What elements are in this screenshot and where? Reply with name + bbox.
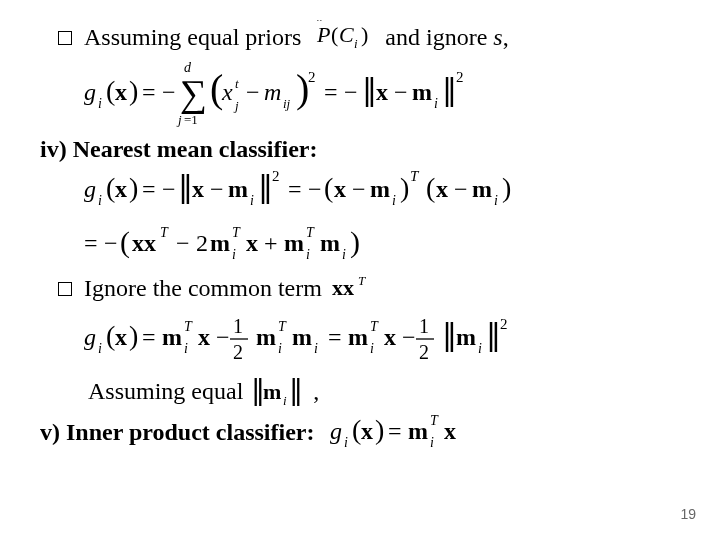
svg-text:m: m [456,324,476,350]
svg-text:m: m [408,418,428,444]
svg-text:(: ( [120,225,130,259]
svg-text:i: i [232,247,236,262]
svg-text:i: i [250,193,254,208]
svg-text:2: 2 [233,341,243,363]
svg-text:i: i [314,341,318,356]
svg-text:x: x [115,176,127,202]
svg-text:T: T [410,168,420,184]
svg-text:i: i [344,435,348,450]
svg-text:): ) [129,172,138,203]
svg-text:i: i [98,193,102,208]
svg-text:‖: ‖ [442,73,457,107]
svg-text:): ) [375,414,384,445]
svg-text:t: t [235,76,239,91]
svg-text:(: ( [352,414,361,445]
svg-text:m: m [228,176,248,202]
svg-text:i: i [494,193,498,208]
svg-text:i: i [392,193,396,208]
svg-text:i: i [283,393,287,407]
square-bullet-icon [58,282,72,296]
svg-text:i: i [306,247,310,262]
svg-text:g: g [84,79,96,105]
svg-text:‖: ‖ [442,318,457,352]
slide: Assuming equal priors P ˆ ( C i ) and ig… [0,0,720,540]
svg-text:(: ( [324,172,333,203]
svg-text:‖: ‖ [289,375,303,406]
svg-text:i: i [430,435,434,450]
svg-text:m: m [284,230,304,256]
svg-text:2: 2 [456,69,464,85]
svg-text:x: x [198,324,210,350]
svg-text:(: ( [426,172,435,203]
svg-text:i: i [184,341,188,356]
svg-text:1: 1 [233,315,243,337]
svg-text:i: i [434,96,438,111]
svg-text:ˆ: ˆ [317,20,322,32]
svg-text:m: m [320,230,340,256]
text-assuming-equal: Assuming equal [88,378,243,405]
svg-text:j: j [176,112,182,127]
svg-text:): ) [361,22,368,47]
svg-text:m: m [412,79,432,105]
text-ignore-common: Ignore the common term [84,275,322,302]
svg-text:2: 2 [308,69,316,85]
svg-text:x: x [115,79,127,105]
svg-text:j: j [233,98,239,113]
text-comma2: , [313,378,319,405]
svg-text:T: T [358,273,366,288]
svg-text:g: g [330,418,342,444]
svg-text:x: x [436,176,448,202]
svg-text:=: = [142,79,156,105]
svg-text:g: g [84,176,96,202]
svg-text:T: T [430,413,439,428]
svg-text:x: x [246,230,258,256]
svg-text:i: i [370,341,374,356]
svg-text:): ) [350,225,360,259]
svg-text:x: x [384,324,396,350]
svg-text:T: T [160,225,169,240]
bullet-ignore-common: Ignore the common term xx T [58,273,680,303]
svg-text:x: x [361,418,373,444]
line-assuming-equal-norm: Assuming equal ‖ m i ‖ , [88,375,680,407]
svg-text:ij: ij [283,96,291,111]
svg-text:d: d [184,60,192,75]
formula-gi-expand2: = − ( xx T − 2 m i T x + m i T m i ) [84,221,680,265]
svg-text:T: T [306,225,315,240]
svg-text:2: 2 [196,230,208,256]
svg-text:m: m [263,379,281,404]
line-inner-product: v) Inner product classifier: g i ( x ) =… [40,411,680,451]
text-s: s [493,24,502,51]
svg-text:T: T [278,319,287,334]
svg-text:−: − [216,324,230,350]
svg-text:i: i [98,96,102,111]
svg-text:): ) [502,172,511,203]
svg-text:=: = [288,176,302,202]
svg-text:x: x [192,176,204,202]
svg-text:2: 2 [419,341,429,363]
svg-text:m: m [264,79,281,105]
svg-text:T: T [370,319,379,334]
heading-inner-product: v) Inner product classifier: [40,419,314,446]
svg-text:T: T [184,319,193,334]
formula-gi-final: g i ( x ) = m i T x [330,411,520,451]
svg-text:i: i [278,341,282,356]
svg-text:=: = [142,176,156,202]
svg-text:m: m [348,324,368,350]
svg-text:m: m [472,176,492,202]
svg-text:=: = [324,79,338,105]
svg-text:): ) [129,320,138,351]
svg-text:−: − [104,230,118,256]
svg-text:−: − [210,176,224,202]
svg-text:T: T [232,225,241,240]
svg-text:m: m [162,324,182,350]
svg-text:x: x [334,176,346,202]
svg-text:=1: =1 [184,112,198,127]
svg-text:(: ( [106,172,115,203]
svg-text:x: x [376,79,388,105]
svg-text:−: − [308,176,322,202]
svg-text:(: ( [106,75,115,106]
formula-norm-mi: ‖ m i ‖ [251,375,305,407]
svg-text:g: g [84,324,96,350]
svg-text:(: ( [331,22,338,47]
svg-text:i: i [354,36,358,51]
